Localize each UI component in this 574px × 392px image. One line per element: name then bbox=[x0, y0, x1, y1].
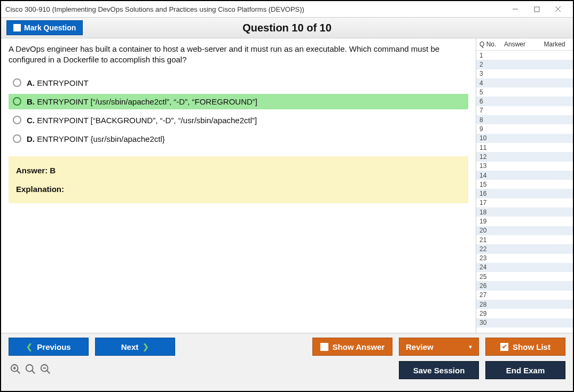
answer-box: Answer: B Explanation: bbox=[9, 156, 468, 203]
zoom-in-icon[interactable] bbox=[10, 363, 21, 378]
radio-icon bbox=[13, 78, 21, 87]
zoom-controls bbox=[9, 363, 51, 378]
nav-row[interactable]: 15 bbox=[476, 180, 573, 189]
col-qno: Q No. bbox=[479, 41, 504, 48]
nav-row[interactable]: 8 bbox=[476, 115, 573, 124]
radio-icon bbox=[13, 116, 21, 124]
maximize-button[interactable] bbox=[526, 3, 547, 15]
window-title: Cisco 300-910 (Implementing DevOps Solut… bbox=[5, 5, 505, 13]
col-answer: Answer bbox=[504, 41, 539, 48]
nav-row[interactable]: 3 bbox=[476, 69, 573, 78]
nav-row[interactable]: 28 bbox=[476, 300, 573, 309]
nav-row[interactable]: 2 bbox=[476, 60, 573, 69]
show-answer-button[interactable]: Show Answer bbox=[312, 338, 392, 356]
radio-icon bbox=[13, 134, 21, 143]
question-text: A DevOps engineer has built a container … bbox=[9, 44, 468, 66]
nav-row[interactable]: 24 bbox=[476, 263, 573, 272]
review-dropdown[interactable]: Review ▼ bbox=[399, 338, 479, 356]
col-marked: Marked bbox=[539, 41, 570, 48]
nav-row[interactable]: 13 bbox=[476, 162, 573, 171]
checkbox-icon bbox=[13, 24, 21, 31]
title-bar: Cisco 300-910 (Implementing DevOps Solut… bbox=[1, 1, 573, 17]
mark-question-label: Mark Question bbox=[24, 23, 76, 32]
zoom-out-icon[interactable] bbox=[40, 363, 51, 378]
minimize-button[interactable] bbox=[505, 3, 526, 15]
mark-question-button[interactable]: Mark Question bbox=[6, 20, 83, 35]
nav-row[interactable]: 23 bbox=[476, 254, 573, 263]
option-b[interactable]: B. ENTRYPOINT [“/usr/sbin/apache2ctl”, “… bbox=[9, 94, 468, 109]
svg-line-9 bbox=[32, 370, 35, 373]
question-pane: A DevOps engineer has built a container … bbox=[1, 38, 476, 333]
caret-down-icon: ▼ bbox=[468, 344, 473, 350]
nav-row[interactable]: 27 bbox=[476, 291, 573, 300]
explanation-label: Explanation: bbox=[16, 185, 461, 194]
checkbox-icon bbox=[320, 343, 328, 351]
end-exam-button[interactable]: End Exam bbox=[485, 361, 565, 379]
nav-row[interactable]: 20 bbox=[476, 226, 573, 235]
svg-point-8 bbox=[26, 364, 33, 371]
header-bar: Mark Question Question 10 of 10 bbox=[1, 17, 573, 38]
chevron-left-icon: ❮ bbox=[26, 342, 33, 351]
footer: ❮ Previous Next ❯ Show Answer Review ▼ ✔… bbox=[1, 333, 573, 391]
nav-row[interactable]: 1 bbox=[476, 51, 573, 60]
nav-row[interactable]: 18 bbox=[476, 207, 573, 217]
chevron-right-icon: ❯ bbox=[143, 342, 149, 351]
nav-row[interactable]: 21 bbox=[476, 235, 573, 244]
nav-row[interactable]: 6 bbox=[476, 97, 573, 106]
nav-row[interactable]: 5 bbox=[476, 87, 573, 97]
option-d[interactable]: D. ENTRYPOINT {usr/sbin/apache2ctl} bbox=[9, 131, 468, 147]
next-button[interactable]: Next ❯ bbox=[95, 338, 175, 356]
svg-rect-1 bbox=[534, 7, 539, 12]
radio-icon bbox=[13, 97, 21, 106]
svg-line-5 bbox=[17, 370, 20, 373]
nav-row[interactable]: 22 bbox=[476, 244, 573, 253]
question-nav-pane: Q No. Answer Marked 12345678910111213141… bbox=[476, 38, 573, 333]
option-c[interactable]: C. ENTRYPOINT [“BACKGROUND”, “-D”, “/usr… bbox=[9, 113, 468, 128]
nav-header: Q No. Answer Marked bbox=[476, 38, 573, 51]
nav-row[interactable]: 10 bbox=[476, 134, 573, 143]
nav-list[interactable]: 1234567891011121314151617181920212223242… bbox=[476, 51, 573, 333]
option-a[interactable]: A. ENTRYPOINT bbox=[9, 75, 468, 91]
question-counter: Question 10 of 10 bbox=[1, 22, 573, 34]
show-list-button[interactable]: ✔ Show List bbox=[485, 338, 565, 356]
zoom-reset-icon[interactable] bbox=[25, 363, 36, 378]
nav-row[interactable]: 14 bbox=[476, 171, 573, 180]
nav-row[interactable]: 19 bbox=[476, 217, 573, 226]
save-session-button[interactable]: Save Session bbox=[399, 361, 479, 379]
nav-row[interactable]: 29 bbox=[476, 309, 573, 318]
nav-row[interactable]: 7 bbox=[476, 106, 573, 115]
nav-row[interactable]: 4 bbox=[476, 78, 573, 87]
svg-line-11 bbox=[47, 370, 50, 373]
checkbox-checked-icon: ✔ bbox=[500, 343, 508, 351]
nav-row[interactable]: 26 bbox=[476, 281, 573, 290]
nav-row[interactable]: 17 bbox=[476, 198, 573, 207]
nav-row[interactable]: 25 bbox=[476, 272, 573, 281]
nav-row[interactable]: 16 bbox=[476, 189, 573, 198]
nav-row[interactable]: 11 bbox=[476, 143, 573, 152]
nav-row[interactable]: 9 bbox=[476, 124, 573, 133]
answer-label: Answer: B bbox=[16, 166, 461, 175]
close-button[interactable] bbox=[547, 3, 569, 15]
nav-row[interactable]: 30 bbox=[476, 318, 573, 327]
previous-button[interactable]: ❮ Previous bbox=[9, 338, 89, 356]
nav-row[interactable]: 12 bbox=[476, 152, 573, 161]
